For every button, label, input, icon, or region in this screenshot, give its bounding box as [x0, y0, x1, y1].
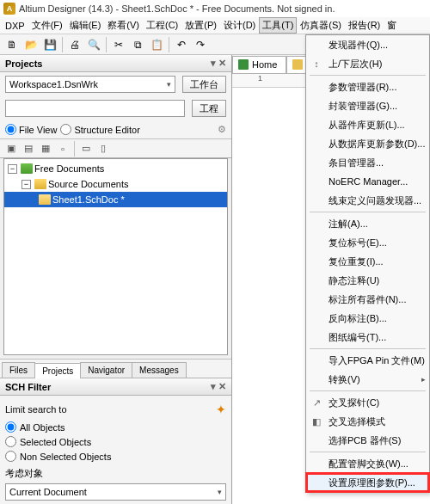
tree-btn[interactable]: ▯ [95, 141, 111, 157]
radio-structure-editor[interactable]: Structure Editor [60, 124, 139, 135]
pin-icon[interactable]: ▾ ✕ [211, 58, 226, 69]
folder-icon [34, 179, 46, 189]
tools-menu: 发现器件(Q)...↕上/下层次(H)参数管理器(R)...封装管理器(G)..… [305, 34, 430, 493]
menu-item[interactable]: 反向标注(B)... [306, 309, 429, 328]
app-icon: A [3, 3, 15, 15]
menu-item[interactable]: 图纸编号(T)... [306, 328, 429, 347]
menu-工程(C)[interactable]: 工程(C) [143, 17, 181, 34]
radio-selected-objects[interactable]: Selected Objects [5, 434, 226, 449]
menu-item[interactable]: 转换(V) [306, 370, 429, 389]
tb-undo-icon[interactable]: ↶ [173, 36, 190, 53]
menu-item[interactable]: 发现器件(Q)... [306, 35, 429, 54]
menu-item-icon: ◧ [310, 415, 323, 428]
tree-btn[interactable]: ▤ [21, 141, 36, 157]
menu-item[interactable]: 复位标号(E)... [306, 233, 429, 252]
document-icon [39, 194, 51, 205]
menubar: DXP文件(F)编辑(E)察看(V)工程(C)放置(P)设计(D)工具(T)仿真… [0, 17, 430, 34]
tree-folder[interactable]: − Source Documents [4, 176, 227, 192]
radio-nonselected-objects[interactable]: Non Selected Objects [5, 449, 226, 464]
tree-btn[interactable]: ▣ [3, 141, 19, 157]
project-tree[interactable]: − Free Documents − Source Documents Shee… [3, 158, 228, 355]
menu-item[interactable]: 静态注释(U) [306, 271, 429, 290]
tb-print-icon[interactable]: 🖨 [66, 36, 83, 53]
menu-察看(V)[interactable]: 察看(V) [104, 17, 143, 34]
tab-projects[interactable]: Projects [34, 363, 81, 378]
menu-item[interactable]: NoERC Manager... [306, 172, 429, 191]
menu-DXP[interactable]: DXP [2, 19, 28, 33]
menu-item[interactable]: 复位重复(I)... [306, 252, 429, 271]
tb-preview-icon[interactable]: 🔍 [85, 36, 102, 53]
limit-label: Limit search to [5, 404, 67, 415]
workspace-combo[interactable]: Workspace1.DsnWrk [5, 76, 175, 93]
wand-icon[interactable]: ✦ [216, 403, 226, 416]
project-button[interactable]: 工程 [192, 100, 226, 117]
sheet-icon [292, 59, 303, 70]
menu-item[interactable]: ↗交叉探针(C) [306, 393, 429, 412]
menu-item[interactable]: ◧交叉选择模式 [306, 412, 429, 431]
menu-文件(F)[interactable]: 文件(F) [28, 17, 66, 34]
tb-paste-icon[interactable]: 📋 [148, 36, 165, 53]
menu-item-icon: ↕ [310, 57, 323, 71]
pin-icon[interactable]: ▾ ✕ [211, 381, 226, 392]
gear-icon[interactable]: ⚙ [218, 124, 226, 135]
scope-combo[interactable]: Current Document [5, 483, 226, 501]
tab-messages[interactable]: Messages [132, 362, 187, 378]
projects-header: Projects ▾ ✕ [0, 55, 231, 72]
tb-cut-icon[interactable]: ✂ [110, 36, 127, 53]
menu-item[interactable]: 标注所有器件(N)... [306, 290, 429, 309]
tree-btn[interactable]: ▦ [38, 141, 53, 157]
tree-btn[interactable]: ▭ [78, 141, 94, 157]
tb-save-icon[interactable]: 💾 [41, 36, 58, 53]
menu-窗[interactable]: 窗 [384, 17, 400, 34]
menu-item[interactable]: 选择PCB 器件(S) [306, 431, 429, 450]
tab-files[interactable]: Files [2, 362, 35, 378]
window-title: Altium Designer (14.3) - Sheet1.SchDoc *… [19, 3, 335, 14]
tb-copy-icon[interactable]: ⧉ [129, 36, 146, 53]
tb-redo-icon[interactable]: ↷ [192, 36, 209, 53]
menu-item[interactable]: 封装管理器(G)... [306, 96, 429, 115]
radio-all-objects[interactable]: All Objects [5, 420, 226, 434]
menu-item[interactable]: 设置原理图参数(P)... [306, 473, 429, 492]
menu-item[interactable]: 线束定义问题发现器... [306, 191, 429, 210]
title-bar: A Altium Designer (14.3) - Sheet1.SchDoc… [0, 0, 430, 17]
menu-设计(D)[interactable]: 设计(D) [220, 17, 259, 34]
menu-item[interactable]: 从数据库更新参数(D)... [306, 134, 429, 153]
menu-item[interactable]: 注解(A)... [306, 214, 429, 233]
tree-root[interactable]: − Free Documents [4, 161, 227, 176]
menu-item[interactable]: 导入FPGA Pin 文件(M) [306, 351, 429, 370]
tb-open-icon[interactable]: 📂 [22, 36, 40, 53]
project-input[interactable] [5, 100, 185, 117]
tb-new-icon[interactable]: 🗎 [3, 36, 21, 53]
menu-item[interactable]: 条目管理器... [306, 153, 429, 172]
menu-item[interactable]: 配置管脚交换(W)... [306, 454, 429, 473]
projects-tabs: FilesProjectsNavigatorMessages [0, 359, 231, 378]
tree-document[interactable]: Sheet1.SchDoc * [4, 192, 227, 207]
menu-item-icon: ↗ [310, 396, 323, 409]
tree-btn[interactable]: ▫ [55, 141, 71, 157]
menu-item[interactable]: 参数管理器(R)... [306, 77, 429, 96]
menu-item[interactable]: ↕上/下层次(H) [306, 54, 429, 73]
sch-filter-header: SCH Filter ▾ ✕ [0, 378, 231, 396]
menu-仿真器(S)[interactable]: 仿真器(S) [297, 17, 345, 34]
workspace-button[interactable]: 工作台 [182, 76, 226, 93]
menu-报告(R)[interactable]: 报告(R) [345, 17, 384, 34]
menu-编辑(E)[interactable]: 编辑(E) [66, 17, 105, 34]
home-icon [238, 59, 249, 70]
radio-file-view[interactable]: File View [5, 124, 57, 135]
menu-item[interactable]: 从器件库更新(L)... [306, 115, 429, 134]
tab-home[interactable]: Home [232, 56, 286, 73]
consider-label: 考虑对象 [5, 464, 226, 483]
menu-工具(T)[interactable]: 工具(T) [259, 17, 297, 34]
tab-navigator[interactable]: Navigator [80, 362, 132, 378]
menu-放置(P)[interactable]: 放置(P) [181, 17, 220, 34]
folder-icon [21, 163, 33, 174]
